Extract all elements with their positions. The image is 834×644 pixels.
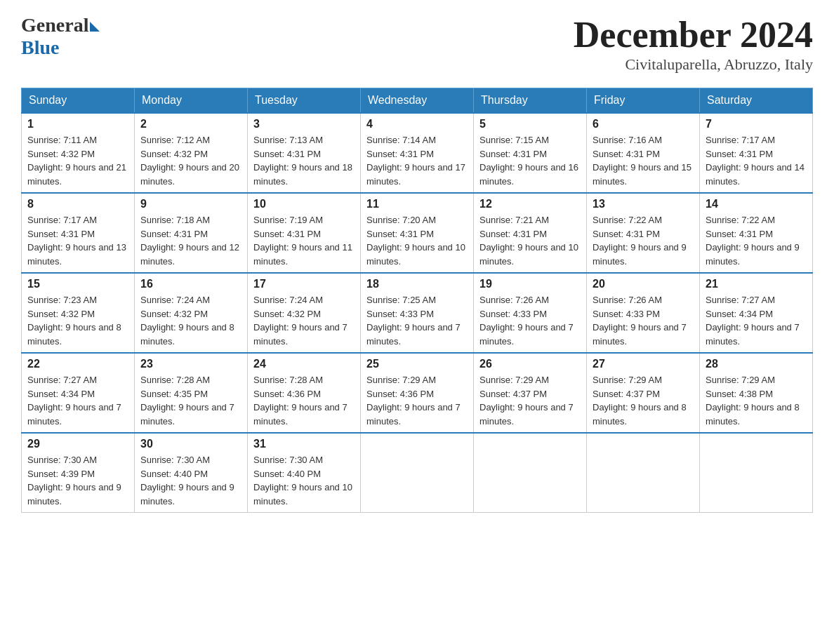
day-number: 15 <box>27 278 128 290</box>
day-info: Sunrise: 7:24 AMSunset: 4:32 PMDaylight:… <box>140 295 234 347</box>
day-info: Sunrise: 7:18 AMSunset: 4:31 PMDaylight:… <box>140 215 239 267</box>
calendar-cell: 31 Sunrise: 7:30 AMSunset: 4:40 PMDaylig… <box>248 433 361 513</box>
calendar-cell: 21 Sunrise: 7:27 AMSunset: 4:34 PMDaylig… <box>700 273 813 353</box>
title-section: December 2024 Civitaluparella, Abruzzo, … <box>574 14 813 74</box>
day-number: 13 <box>593 198 694 210</box>
day-number: 9 <box>140 198 241 210</box>
day-info: Sunrise: 7:22 AMSunset: 4:31 PMDaylight:… <box>593 215 687 267</box>
calendar-cell: 7 Sunrise: 7:17 AMSunset: 4:31 PMDayligh… <box>700 113 813 193</box>
calendar-cell: 14 Sunrise: 7:22 AMSunset: 4:31 PMDaylig… <box>700 193 813 273</box>
day-info: Sunrise: 7:29 AMSunset: 4:37 PMDaylight:… <box>593 375 687 427</box>
day-info: Sunrise: 7:28 AMSunset: 4:35 PMDaylight:… <box>140 375 234 427</box>
day-number: 5 <box>479 118 581 130</box>
week-row-1: 1 Sunrise: 7:11 AMSunset: 4:32 PMDayligh… <box>22 113 813 193</box>
calendar-header-row: SundayMondayTuesdayWednesdayThursdayFrid… <box>22 88 813 114</box>
day-info: Sunrise: 7:15 AMSunset: 4:31 PMDaylight:… <box>479 135 578 187</box>
day-header-friday: Friday <box>587 88 700 114</box>
page-header: General Blue December 2024 Civitaluparel… <box>21 14 813 74</box>
day-header-saturday: Saturday <box>700 88 813 114</box>
calendar-cell: 24 Sunrise: 7:28 AMSunset: 4:36 PMDaylig… <box>248 353 361 433</box>
day-info: Sunrise: 7:14 AMSunset: 4:31 PMDaylight:… <box>366 135 465 187</box>
day-number: 29 <box>27 438 128 450</box>
day-info: Sunrise: 7:13 AMSunset: 4:31 PMDaylight:… <box>253 135 352 187</box>
calendar-cell: 22 Sunrise: 7:27 AMSunset: 4:34 PMDaylig… <box>22 353 135 433</box>
calendar-cell: 6 Sunrise: 7:16 AMSunset: 4:31 PMDayligh… <box>587 113 700 193</box>
logo: General Blue <box>21 14 100 59</box>
day-number: 11 <box>366 198 468 210</box>
calendar-cell: 20 Sunrise: 7:26 AMSunset: 4:33 PMDaylig… <box>587 273 700 353</box>
day-info: Sunrise: 7:23 AMSunset: 4:32 PMDaylight:… <box>27 295 121 347</box>
day-number: 1 <box>27 118 128 130</box>
day-info: Sunrise: 7:26 AMSunset: 4:33 PMDaylight:… <box>593 295 687 347</box>
calendar-cell <box>474 433 587 513</box>
calendar-cell: 26 Sunrise: 7:29 AMSunset: 4:37 PMDaylig… <box>474 353 587 433</box>
calendar-cell: 4 Sunrise: 7:14 AMSunset: 4:31 PMDayligh… <box>361 113 474 193</box>
week-row-4: 22 Sunrise: 7:27 AMSunset: 4:34 PMDaylig… <box>22 353 813 433</box>
logo-general-text: General <box>21 14 88 36</box>
day-info: Sunrise: 7:12 AMSunset: 4:32 PMDaylight:… <box>140 135 239 187</box>
calendar-cell: 29 Sunrise: 7:30 AMSunset: 4:39 PMDaylig… <box>22 433 135 513</box>
calendar-cell: 16 Sunrise: 7:24 AMSunset: 4:32 PMDaylig… <box>135 273 248 353</box>
calendar-cell: 11 Sunrise: 7:20 AMSunset: 4:31 PMDaylig… <box>361 193 474 273</box>
day-info: Sunrise: 7:19 AMSunset: 4:31 PMDaylight:… <box>253 215 352 267</box>
day-number: 28 <box>706 358 807 370</box>
calendar-cell: 17 Sunrise: 7:24 AMSunset: 4:32 PMDaylig… <box>248 273 361 353</box>
day-number: 3 <box>253 118 355 130</box>
day-number: 14 <box>706 198 807 210</box>
day-header-monday: Monday <box>135 88 248 114</box>
calendar-cell: 25 Sunrise: 7:29 AMSunset: 4:36 PMDaylig… <box>361 353 474 433</box>
day-number: 17 <box>253 278 355 290</box>
day-number: 6 <box>593 118 694 130</box>
day-number: 7 <box>706 118 807 130</box>
day-info: Sunrise: 7:30 AMSunset: 4:40 PMDaylight:… <box>140 455 234 507</box>
day-info: Sunrise: 7:17 AMSunset: 4:31 PMDaylight:… <box>706 135 805 187</box>
day-info: Sunrise: 7:27 AMSunset: 4:34 PMDaylight:… <box>27 375 121 427</box>
calendar-cell: 10 Sunrise: 7:19 AMSunset: 4:31 PMDaylig… <box>248 193 361 273</box>
week-row-2: 8 Sunrise: 7:17 AMSunset: 4:31 PMDayligh… <box>22 193 813 273</box>
location-text: Civitaluparella, Abruzzo, Italy <box>574 55 813 74</box>
day-number: 24 <box>253 358 355 370</box>
day-info: Sunrise: 7:24 AMSunset: 4:32 PMDaylight:… <box>253 295 348 347</box>
calendar-cell: 5 Sunrise: 7:15 AMSunset: 4:31 PMDayligh… <box>474 113 587 193</box>
day-info: Sunrise: 7:28 AMSunset: 4:36 PMDaylight:… <box>253 375 348 427</box>
calendar-cell <box>361 433 474 513</box>
day-info: Sunrise: 7:29 AMSunset: 4:38 PMDaylight:… <box>706 375 800 427</box>
day-info: Sunrise: 7:30 AMSunset: 4:40 PMDaylight:… <box>253 455 352 507</box>
day-info: Sunrise: 7:22 AMSunset: 4:31 PMDaylight:… <box>706 215 800 267</box>
day-number: 27 <box>593 358 694 370</box>
logo-arrow-icon <box>90 22 100 32</box>
month-title: December 2024 <box>574 14 813 55</box>
calendar-cell: 28 Sunrise: 7:29 AMSunset: 4:38 PMDaylig… <box>700 353 813 433</box>
day-number: 12 <box>479 198 581 210</box>
calendar-cell: 27 Sunrise: 7:29 AMSunset: 4:37 PMDaylig… <box>587 353 700 433</box>
day-number: 25 <box>366 358 468 370</box>
day-number: 18 <box>366 278 468 290</box>
calendar-cell: 15 Sunrise: 7:23 AMSunset: 4:32 PMDaylig… <box>22 273 135 353</box>
day-header-wednesday: Wednesday <box>361 88 474 114</box>
day-number: 19 <box>479 278 581 290</box>
day-info: Sunrise: 7:11 AMSunset: 4:32 PMDaylight:… <box>27 135 126 187</box>
day-info: Sunrise: 7:27 AMSunset: 4:34 PMDaylight:… <box>706 295 800 347</box>
day-number: 23 <box>140 358 241 370</box>
day-number: 26 <box>479 358 581 370</box>
day-number: 21 <box>706 278 807 290</box>
calendar-cell: 9 Sunrise: 7:18 AMSunset: 4:31 PMDayligh… <box>135 193 248 273</box>
calendar-cell: 12 Sunrise: 7:21 AMSunset: 4:31 PMDaylig… <box>474 193 587 273</box>
day-number: 31 <box>253 438 355 450</box>
day-info: Sunrise: 7:20 AMSunset: 4:31 PMDaylight:… <box>366 215 465 267</box>
day-number: 20 <box>593 278 694 290</box>
calendar-table: SundayMondayTuesdayWednesdayThursdayFrid… <box>21 88 813 513</box>
day-header-sunday: Sunday <box>22 88 135 114</box>
day-info: Sunrise: 7:26 AMSunset: 4:33 PMDaylight:… <box>479 295 574 347</box>
calendar-cell: 8 Sunrise: 7:17 AMSunset: 4:31 PMDayligh… <box>22 193 135 273</box>
day-number: 16 <box>140 278 241 290</box>
calendar-cell: 13 Sunrise: 7:22 AMSunset: 4:31 PMDaylig… <box>587 193 700 273</box>
day-info: Sunrise: 7:25 AMSunset: 4:33 PMDaylight:… <box>366 295 461 347</box>
day-info: Sunrise: 7:17 AMSunset: 4:31 PMDaylight:… <box>27 215 126 267</box>
day-info: Sunrise: 7:29 AMSunset: 4:36 PMDaylight:… <box>366 375 461 427</box>
logo-blue-text: Blue <box>21 36 59 59</box>
day-number: 2 <box>140 118 241 130</box>
calendar-cell: 1 Sunrise: 7:11 AMSunset: 4:32 PMDayligh… <box>22 113 135 193</box>
week-row-3: 15 Sunrise: 7:23 AMSunset: 4:32 PMDaylig… <box>22 273 813 353</box>
day-header-tuesday: Tuesday <box>248 88 361 114</box>
